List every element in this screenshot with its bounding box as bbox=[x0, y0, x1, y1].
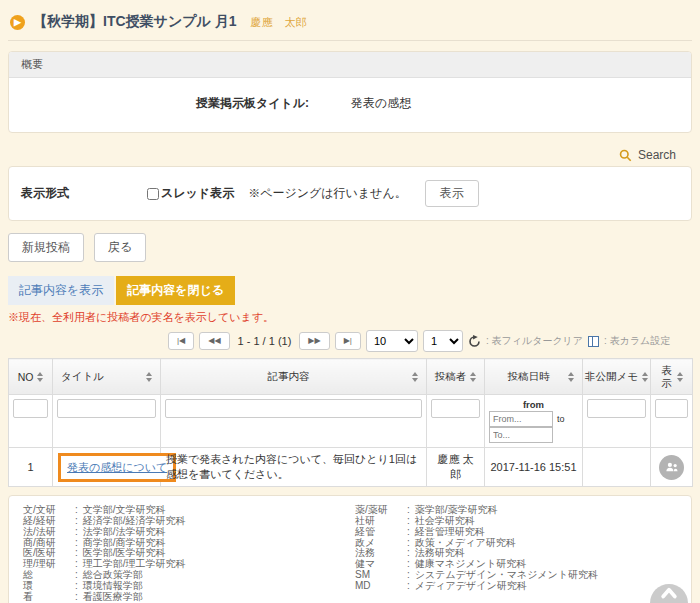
new-post-button-top[interactable]: 新規投稿 bbox=[8, 233, 84, 262]
cell-posted-at: 2017-11-16 15:51 bbox=[485, 448, 583, 487]
article-content-tabs: 記事内容を表示 記事内容を閉じる bbox=[8, 276, 692, 305]
legend-item: 商/商研:商学部/商学研究科 bbox=[23, 538, 355, 549]
filter-date-from-caption: from bbox=[489, 399, 578, 410]
legend-item: 法/法研:法学部/法学研究科 bbox=[23, 527, 355, 538]
filter-title-input[interactable] bbox=[57, 399, 156, 418]
display-format-panel: 表示形式 スレッド表示 ※ページングは行いません。 表示 bbox=[8, 166, 692, 221]
search-row: Search bbox=[8, 148, 676, 162]
column-config-icon[interactable] bbox=[588, 336, 599, 347]
top-action-row: 新規投稿 戻る bbox=[8, 233, 692, 262]
filter-visibility-input[interactable] bbox=[655, 399, 688, 418]
chevron-right-icon: ▶ bbox=[10, 15, 25, 30]
legend-item: 政メ:政策・メディア研究科 bbox=[355, 538, 687, 549]
page-header: ▶ 【秋学期】ITC授業サンプル 月1 慶應 太郎 bbox=[8, 8, 692, 41]
header-posted-at[interactable]: 投稿日時 bbox=[485, 359, 583, 395]
sort-icon bbox=[470, 372, 476, 382]
legend-left-column: 文/文研:文学部/文学研究科 経/経研:経済学部/経済学研究科 法/法研:法学部… bbox=[23, 505, 355, 602]
table-row: 1 発表の感想について 授業で発表された内容について、毎回ひとり1回は感想を書い… bbox=[9, 448, 693, 487]
header-private-memo[interactable]: 非公開メモ bbox=[583, 359, 651, 395]
column-config-label: : 表カラム設定 bbox=[604, 334, 670, 348]
realname-notice: ※現在、全利用者に投稿者の実名を表示しています。 bbox=[8, 310, 692, 325]
legend-item: 医/医研:医学部/医学研究科 bbox=[23, 548, 355, 559]
header-visibility[interactable]: 表示 bbox=[651, 359, 693, 395]
display-submit-button[interactable]: 表示 bbox=[425, 180, 479, 207]
visibility-status-button[interactable] bbox=[659, 455, 684, 480]
tab-show-article-content[interactable]: 記事内容を表示 bbox=[8, 276, 114, 305]
sort-icon bbox=[37, 372, 43, 382]
sort-icon bbox=[146, 372, 152, 382]
paging-note: ※ページングは行いません。 bbox=[248, 185, 407, 202]
prev-page-button[interactable]: ◀◀ bbox=[199, 332, 229, 350]
legend-item: 環:環境情報学部 bbox=[23, 581, 355, 592]
people-icon bbox=[665, 461, 679, 473]
back-button-top[interactable]: 戻る bbox=[94, 233, 146, 262]
sort-icon bbox=[642, 372, 648, 382]
filter-memo-input[interactable] bbox=[587, 399, 646, 418]
filter-clear-label: : 表フィルタークリア bbox=[486, 334, 583, 348]
legend-item: 文/文研:文学部/文学研究科 bbox=[23, 505, 355, 516]
highlight-box: 発表の感想について bbox=[58, 453, 176, 482]
overview-panel-header: 概要 bbox=[9, 52, 691, 78]
article-title-link[interactable]: 発表の感想について bbox=[67, 461, 167, 473]
header-no[interactable]: NO bbox=[9, 359, 53, 395]
cell-visibility bbox=[651, 448, 693, 487]
user-links: 慶應 太郎 bbox=[251, 15, 307, 30]
page-range: 1 - 1 / 1 (1) bbox=[238, 335, 292, 347]
search-icon bbox=[619, 149, 632, 162]
page-number-select[interactable]: 1 bbox=[423, 330, 463, 352]
legend-right-column: 薬/薬研:薬学部/薬学研究科 社研:社会学研究科 経管:経営管理研究科 政メ:政… bbox=[355, 505, 687, 602]
search-toggle-link[interactable]: Search bbox=[638, 148, 676, 162]
sort-icon bbox=[412, 372, 418, 382]
sort-icon bbox=[677, 372, 683, 382]
header-content[interactable]: 記事内容 bbox=[161, 359, 427, 395]
filter-author-input[interactable] bbox=[431, 399, 480, 418]
thread-view-label: スレッド表示 bbox=[161, 185, 234, 202]
board-title-value: 発表の感想 bbox=[351, 95, 411, 112]
cell-author: 慶應 太郎 bbox=[427, 448, 485, 487]
legend-item: 薬/薬研:薬学部/薬学研究科 bbox=[355, 505, 687, 516]
legend-item: 理/理研:理工学部/理工学研究科 bbox=[23, 559, 355, 570]
legend-item: MD:メディアデザイン研究科 bbox=[355, 581, 687, 592]
legend-item: 経/経研:経済学部/経済学研究科 bbox=[23, 516, 355, 527]
table-filter-row: from to bbox=[9, 395, 693, 448]
legend-item: 経管:経営管理研究科 bbox=[355, 527, 687, 538]
tab-close-article-content[interactable]: 記事内容を閉じる bbox=[116, 276, 235, 305]
thread-view-checkbox[interactable] bbox=[147, 188, 159, 200]
filter-date-to-caption: to bbox=[557, 414, 565, 424]
cell-private-memo bbox=[583, 448, 651, 487]
cell-title: 発表の感想について bbox=[53, 448, 161, 487]
board-title-label: 授業掲示板タイトル: bbox=[9, 95, 309, 112]
first-page-button[interactable]: |◀ bbox=[168, 332, 194, 350]
filter-no-input[interactable] bbox=[13, 399, 48, 418]
header-title[interactable]: タイトル bbox=[53, 359, 161, 395]
last-page-button[interactable]: ▶| bbox=[335, 332, 361, 350]
sort-icon bbox=[568, 372, 574, 382]
overview-panel: 概要 授業掲示板タイトル: 発表の感想 bbox=[8, 51, 692, 133]
user-link-family-name[interactable]: 慶應 bbox=[251, 15, 273, 30]
page-root: ▶ 【秋学期】ITC授業サンプル 月1 慶應 太郎 概要 授業掲示板タイトル: … bbox=[0, 0, 700, 603]
filter-date-from-input[interactable] bbox=[489, 411, 553, 427]
display-format-label: 表示形式 bbox=[21, 185, 147, 202]
faculty-legend-panel: 文/文研:文学部/文学研究科 経/経研:経済学部/経済学研究科 法/法研:法学部… bbox=[8, 495, 692, 603]
filter-clear-icon[interactable] bbox=[468, 335, 481, 348]
user-link-given-name[interactable]: 太郎 bbox=[285, 15, 307, 30]
pagination-bar: |◀ ◀◀ 1 - 1 / 1 (1) ▶▶ ▶| 10 1 : 表フィルターク… bbox=[168, 330, 692, 352]
cell-content: 授業で発表された内容について、毎回ひとり1回は感想を書いてください。 bbox=[161, 448, 427, 487]
thread-view-option[interactable]: スレッド表示 bbox=[147, 185, 234, 202]
filter-content-input[interactable] bbox=[165, 399, 422, 418]
table-header-row: NO タイトル 記事内容 投稿者 投稿日時 非公開メモ 表示 bbox=[9, 359, 693, 395]
next-page-button[interactable]: ▶▶ bbox=[299, 332, 329, 350]
legend-item: 看:看護医療学部 bbox=[23, 592, 355, 603]
filter-date-to-input[interactable] bbox=[489, 427, 553, 443]
header-author[interactable]: 投稿者 bbox=[427, 359, 485, 395]
article-table: NO タイトル 記事内容 投稿者 投稿日時 非公開メモ 表示 from to bbox=[8, 358, 693, 487]
chevron-up-icon bbox=[659, 584, 679, 603]
page-title: 【秋学期】ITC授業サンプル 月1 bbox=[33, 13, 237, 31]
cell-no: 1 bbox=[9, 448, 53, 487]
legend-item: 総:総合政策学部 bbox=[23, 570, 355, 581]
page-size-select[interactable]: 10 bbox=[366, 330, 418, 352]
overview-body: 授業掲示板タイトル: 発表の感想 bbox=[9, 78, 691, 132]
legend-item: 社研:社会学研究科 bbox=[355, 516, 687, 527]
